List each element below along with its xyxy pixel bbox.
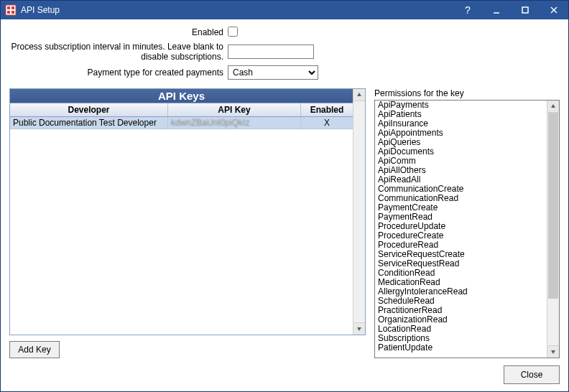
list-item[interactable]: ServiceRequestRead — [375, 259, 547, 269]
grid-scrollbar[interactable] — [353, 89, 365, 335]
permissions-scrollbar[interactable] — [547, 101, 559, 358]
svg-marker-10 — [357, 327, 361, 331]
svg-marker-9 — [357, 93, 361, 96]
list-item[interactable]: CommunicationRead — [375, 194, 547, 203]
list-item[interactable]: CommunicationCreate — [375, 185, 547, 194]
help-button[interactable]: ? — [453, 1, 482, 19]
list-item[interactable]: ApiAllOthers — [375, 166, 547, 175]
svg-rect-6 — [522, 7, 528, 13]
scroll-up-icon[interactable] — [353, 89, 365, 101]
paytype-select[interactable]: Cash — [228, 65, 318, 80]
maximize-button[interactable] — [511, 1, 540, 19]
list-item[interactable]: ApiPayments — [375, 101, 547, 110]
enabled-label: Enabled — [9, 27, 228, 37]
add-key-button[interactable]: Add Key — [9, 341, 60, 358]
form-section: Enabled Process subscription interval in… — [9, 27, 560, 83]
list-item[interactable]: AllergyIntoleranceRead — [375, 287, 547, 297]
list-item[interactable]: ProcedureUpdate — [375, 222, 547, 231]
col-header-enabled[interactable]: Enabled — [301, 103, 353, 116]
cell-enabled: X — [301, 117, 353, 129]
grid-title: API Keys — [10, 89, 353, 103]
svg-marker-12 — [551, 350, 555, 354]
cell-apikey: kdwnZBaUnI0piQkIz — [168, 117, 301, 129]
list-item[interactable]: MedicationRead — [375, 278, 547, 287]
app-icon — [5, 4, 17, 16]
window-title: API Setup — [21, 5, 60, 15]
list-item[interactable]: ApiInsurance — [375, 119, 547, 129]
list-item[interactable]: LocationRead — [375, 325, 547, 334]
list-item[interactable]: PractitionerRead — [375, 306, 547, 315]
interval-label: Process subscription interval in minutes… — [9, 42, 228, 62]
paytype-label: Payment type for created payments — [9, 67, 228, 78]
enabled-checkbox[interactable] — [228, 27, 238, 37]
list-item[interactable]: ApiDocuments — [375, 147, 547, 157]
footer: Close — [1, 365, 568, 391]
close-window-button[interactable] — [540, 1, 568, 19]
col-header-developer[interactable]: Developer — [10, 103, 168, 116]
interval-input[interactable] — [228, 45, 314, 59]
content-area: Enabled Process subscription interval in… — [1, 19, 568, 365]
grid-body: Public Documentation Test Developer kdwn… — [10, 117, 353, 335]
cell-developer: Public Documentation Test Developer — [10, 117, 168, 129]
list-item[interactable]: ApiPatients — [375, 110, 547, 119]
grid-header: Developer API Key Enabled — [10, 103, 353, 117]
list-item[interactable]: ProcedureCreate — [375, 231, 547, 241]
list-item[interactable]: ApiComm — [375, 157, 547, 166]
list-item[interactable]: Subscriptions — [375, 334, 547, 343]
api-keys-grid: API Keys Developer API Key Enabled Publi… — [9, 88, 366, 335]
list-item[interactable]: ApiReadAll — [375, 175, 547, 185]
close-button[interactable]: Close — [504, 365, 560, 384]
svg-rect-2 — [11, 6, 14, 9]
svg-rect-3 — [7, 11, 10, 14]
list-item[interactable]: PaymentRead — [375, 213, 547, 222]
permissions-label: Permissions for the key — [374, 88, 560, 98]
list-item[interactable]: OrganizationRead — [375, 315, 547, 325]
titlebar: API Setup ? — [1, 1, 568, 19]
list-item[interactable]: ServiceRequestCreate — [375, 250, 547, 259]
permissions-listbox: ApiPaymentsApiPatientsApiInsuranceApiApp… — [374, 100, 560, 358]
permissions-list[interactable]: ApiPaymentsApiPatientsApiInsuranceApiApp… — [375, 101, 547, 358]
scroll-down-icon[interactable] — [547, 345, 559, 358]
list-item[interactable]: PaymentCreate — [375, 203, 547, 213]
list-item[interactable]: ProcedureRead — [375, 241, 547, 250]
svg-marker-11 — [551, 104, 555, 108]
list-item[interactable]: ApiQueries — [375, 138, 547, 147]
svg-rect-4 — [11, 11, 14, 14]
list-item[interactable]: ScheduleRead — [375, 297, 547, 306]
scroll-down-icon[interactable] — [353, 322, 365, 335]
svg-rect-1 — [7, 6, 10, 9]
list-item[interactable]: PatientUpdate — [375, 343, 547, 353]
col-header-apikey[interactable]: API Key — [168, 103, 301, 116]
list-item[interactable]: ConditionRead — [375, 269, 547, 278]
list-item[interactable]: ApiAppointments — [375, 129, 547, 138]
minimize-button[interactable] — [482, 1, 511, 19]
scrollbar-thumb[interactable] — [548, 113, 558, 299]
window-root: API Setup ? Enabled Process subscription… — [0, 0, 569, 392]
scroll-up-icon[interactable] — [547, 101, 559, 113]
table-row[interactable]: Public Documentation Test Developer kdwn… — [10, 117, 353, 129]
